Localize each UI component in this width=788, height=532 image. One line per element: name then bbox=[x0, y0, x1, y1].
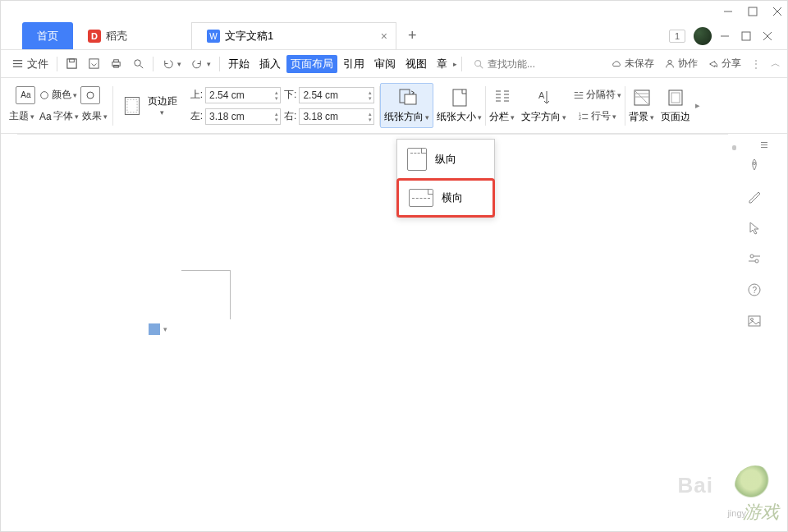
svg-line-18 bbox=[140, 65, 143, 68]
palette-icon bbox=[39, 89, 50, 101]
svg-point-56 bbox=[755, 259, 758, 263]
redo-button[interactable]: ▾ bbox=[187, 55, 215, 72]
orientation-landscape-item[interactable]: 横向 bbox=[396, 178, 495, 218]
svg-point-53 bbox=[754, 163, 756, 165]
save-as-button[interactable] bbox=[84, 55, 104, 72]
app-window: 首页 D 稻壳 W 文字文稿1 × + 1 文件 ▾ ▾ bbox=[0, 0, 788, 532]
tab-daoke[interactable]: D 稻壳 bbox=[73, 22, 142, 49]
page-indicator[interactable]: 1 bbox=[669, 30, 685, 43]
page-margin-icon bbox=[121, 95, 143, 117]
rail-image-icon[interactable] bbox=[746, 313, 763, 329]
tab-close-button[interactable]: × bbox=[381, 30, 387, 43]
columns-icon bbox=[492, 87, 513, 108]
svg-line-50 bbox=[635, 90, 649, 105]
rail-rocket-icon[interactable] bbox=[746, 157, 763, 173]
menu-overflow-icon[interactable]: ▸ bbox=[453, 60, 457, 68]
ribbon-group-breaks: 分隔符▾ 12行号▾ bbox=[570, 78, 625, 133]
svg-rect-24 bbox=[125, 97, 139, 114]
tab-daoke-label: 稻壳 bbox=[106, 29, 127, 44]
margin-top-input[interactable]: 2.54 cm▴▾ bbox=[205, 87, 281, 103]
font-button[interactable]: Aa 字体▾ bbox=[39, 109, 79, 123]
tab-document[interactable]: W 文字文稿1 × bbox=[191, 22, 396, 49]
svg-text:2: 2 bbox=[579, 116, 581, 121]
effect-icon-box[interactable] bbox=[80, 86, 100, 104]
margin-left-label: 左: bbox=[190, 109, 203, 123]
watermark-main: 游戏 bbox=[743, 500, 779, 525]
hamburger-icon[interactable]: 文件 bbox=[7, 54, 53, 74]
tab-new-button[interactable]: + bbox=[396, 22, 428, 49]
svg-text:?: ? bbox=[753, 286, 758, 295]
search-input[interactable] bbox=[488, 58, 545, 70]
ribbon: Aa 颜色▾ 主题▾ Aa 字体▾ 效果▾ 页边距▾ 上:2.54 cm▴▾ 下… bbox=[1, 78, 787, 134]
user-avatar[interactable] bbox=[694, 27, 712, 45]
more-button[interactable]: ⋮ bbox=[751, 58, 761, 70]
os-maximize-button[interactable] bbox=[748, 7, 758, 16]
menu-view[interactable]: 视图 bbox=[401, 55, 431, 73]
background-button[interactable]: 背景▾ bbox=[625, 84, 657, 127]
share-icon bbox=[708, 58, 719, 70]
menu-insert[interactable]: 插入 bbox=[255, 55, 285, 73]
rail-settings-icon[interactable] bbox=[746, 250, 763, 267]
app-close-button[interactable] bbox=[763, 31, 772, 41]
menu-chapter[interactable]: 章 bbox=[433, 55, 451, 73]
save-button[interactable] bbox=[62, 55, 82, 72]
svg-point-61 bbox=[751, 319, 754, 321]
breaks-icon bbox=[573, 89, 584, 101]
menu-page-layout[interactable]: 页面布局 bbox=[286, 55, 337, 73]
tab-document-label: 文字文稿1 bbox=[225, 29, 273, 44]
os-close-button[interactable] bbox=[772, 7, 782, 16]
orientation-button[interactable]: 纸张方向▾ bbox=[380, 83, 433, 128]
watermark-sub: jingy bbox=[727, 508, 746, 518]
search-box[interactable] bbox=[466, 58, 552, 70]
rail-cursor-icon[interactable] bbox=[746, 219, 763, 236]
columns-button[interactable]: 分栏▾ bbox=[486, 84, 518, 127]
scrollbar-thumb[interactable] bbox=[732, 145, 736, 150]
menu-start[interactable]: 开始 bbox=[224, 55, 254, 73]
cloud-icon bbox=[611, 58, 622, 70]
undo-button[interactable]: ▾ bbox=[158, 55, 186, 72]
landscape-label: 横向 bbox=[442, 190, 463, 205]
paper-size-button[interactable]: 纸张大小▾ bbox=[433, 84, 485, 127]
color-button[interactable]: 颜色▾ bbox=[39, 88, 77, 102]
svg-rect-27 bbox=[405, 94, 416, 104]
svg-point-23 bbox=[87, 92, 94, 99]
breaks-button[interactable]: 分隔符▾ bbox=[573, 88, 621, 102]
theme-button[interactable]: 主题▾ bbox=[9, 109, 34, 123]
document-canvas[interactable]: ▾ bbox=[17, 134, 728, 523]
print-button[interactable] bbox=[106, 55, 126, 72]
collab-button[interactable]: 协作 bbox=[664, 57, 698, 71]
line-number-button[interactable]: 12行号▾ bbox=[578, 109, 616, 123]
margin-bottom-input[interactable]: 2.54 cm▴▾ bbox=[299, 87, 374, 103]
theme-icon[interactable]: Aa bbox=[16, 86, 35, 104]
orientation-portrait-item[interactable]: 纵向 bbox=[397, 140, 494, 179]
ribbon-overflow-icon[interactable]: ▸ bbox=[695, 100, 700, 111]
svg-rect-1 bbox=[749, 7, 757, 16]
margin-right-input[interactable]: 3.18 cm▴▾ bbox=[299, 108, 374, 125]
svg-point-21 bbox=[668, 60, 671, 63]
tab-home[interactable]: 首页 bbox=[22, 22, 73, 49]
collapse-ribbon-button[interactable]: ︿ bbox=[771, 57, 781, 71]
text-direction-button[interactable]: A 文字方向▾ bbox=[518, 84, 570, 127]
margin-left-input[interactable]: 3.18 cm▴▾ bbox=[205, 108, 281, 125]
app-minimize-button[interactable] bbox=[720, 31, 730, 41]
effect-button[interactable]: 效果▾ bbox=[82, 109, 108, 123]
os-titlebar bbox=[1, 1, 787, 22]
page-margin-button[interactable]: 页边距▾ bbox=[118, 91, 181, 120]
unsaved-button[interactable]: 未保存 bbox=[611, 57, 654, 71]
margin-right-label: 右: bbox=[284, 109, 296, 123]
app-maximize-button[interactable] bbox=[741, 31, 751, 41]
menu-review[interactable]: 审阅 bbox=[370, 55, 400, 73]
print-preview-button[interactable] bbox=[128, 55, 149, 72]
rail-help-icon[interactable]: ? bbox=[746, 282, 763, 298]
page-border-button[interactable]: 页面边 bbox=[657, 84, 694, 127]
menu-references[interactable]: 引用 bbox=[339, 55, 369, 73]
paste-options-caret[interactable]: ▾ bbox=[163, 325, 167, 333]
margin-bottom-label: 下: bbox=[284, 88, 296, 102]
share-button[interactable]: 分享 bbox=[708, 57, 741, 71]
paste-options-icon[interactable] bbox=[149, 323, 160, 335]
watermark-baidu: Bai bbox=[678, 473, 713, 498]
os-minimize-button[interactable] bbox=[723, 7, 733, 16]
svg-point-19 bbox=[475, 60, 481, 66]
svg-point-22 bbox=[41, 91, 48, 99]
rail-pencil-icon[interactable] bbox=[746, 188, 763, 204]
